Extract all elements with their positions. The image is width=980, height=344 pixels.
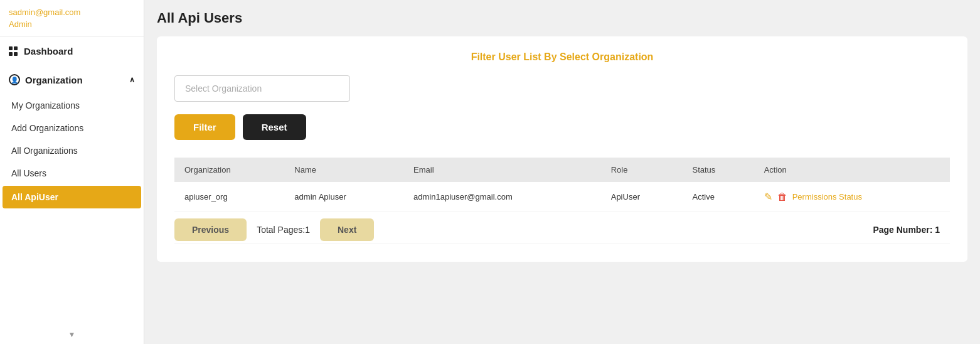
col-name: Name (284, 158, 403, 182)
user-role: Admin (0, 18, 144, 37)
org-icon: 👤 (9, 74, 20, 85)
api-users-table: Organization Name Email Role Status Acti… (174, 158, 950, 244)
select-organization-input[interactable] (174, 75, 350, 102)
cell-status: Active (683, 182, 754, 212)
action-icons: ✎ 🗑 Permissions Status (764, 191, 940, 203)
total-pages: Total Pages:1 (247, 225, 320, 235)
filter-card: Filter User List By Select Organization … (157, 36, 967, 262)
sidebar-item-all-organizations[interactable]: All Organizations (0, 139, 144, 162)
next-button[interactable]: Next (320, 218, 374, 241)
sidebar-item-add-organizations[interactable]: Add Organizations (0, 117, 144, 139)
cell-organization: apiuser_org (174, 182, 284, 212)
cell-email: admin1apiuser@gmail.com (403, 182, 601, 212)
cell-action: ✎ 🗑 Permissions Status (754, 182, 950, 212)
dashboard-icon (9, 46, 19, 56)
chevron-up-icon: ∧ (129, 75, 135, 84)
col-status: Status (683, 158, 754, 182)
user-email: sadmin@gmail.com (0, 0, 144, 18)
sidebar: sadmin@gmail.com Admin Dashboard 👤 Organ… (0, 0, 144, 344)
reset-button[interactable]: Reset (243, 114, 306, 140)
sidebar-item-all-apiuser[interactable]: All ApiUser (3, 186, 141, 208)
col-organization: Organization (174, 158, 284, 182)
cell-name: admin Apiuser (284, 182, 403, 212)
page-number: Page Number: 1 (873, 225, 950, 235)
table-row: apiuser_org admin Apiuser admin1apiuser@… (174, 182, 950, 212)
edit-icon[interactable]: ✎ (764, 191, 772, 203)
delete-icon[interactable]: 🗑 (777, 191, 787, 203)
col-role: Role (601, 158, 683, 182)
scroll-down-indicator: ▼ (0, 325, 144, 344)
previous-button[interactable]: Previous (174, 218, 247, 241)
col-email: Email (403, 158, 601, 182)
sidebar-item-dashboard[interactable]: Dashboard (0, 37, 144, 65)
filter-title: Filter User List By Select Organization (174, 51, 950, 63)
filter-button[interactable]: Filter (174, 114, 235, 140)
table-header-row: Organization Name Email Role Status Acti… (174, 158, 950, 182)
sidebar-item-all-users[interactable]: All Users (0, 162, 144, 185)
organization-label: Organization (25, 75, 83, 85)
sidebar-item-my-organizations[interactable]: My Organizations (0, 94, 144, 117)
pagination-row: Previous Total Pages:1 Next Page Number:… (174, 212, 950, 244)
cell-role: ApiUser (601, 182, 683, 212)
filter-buttons: Filter Reset (174, 114, 950, 140)
main-content: All Api Users Filter User List By Select… (144, 0, 980, 344)
pagination-controls: Previous Total Pages:1 Next Page Number:… (174, 212, 950, 244)
sidebar-item-organization[interactable]: 👤 Organization ∧ (0, 65, 144, 94)
permissions-status-link[interactable]: Permissions Status (792, 192, 862, 202)
col-action: Action (754, 158, 950, 182)
dashboard-label: Dashboard (24, 46, 73, 56)
page-title: All Api Users (157, 6, 967, 26)
